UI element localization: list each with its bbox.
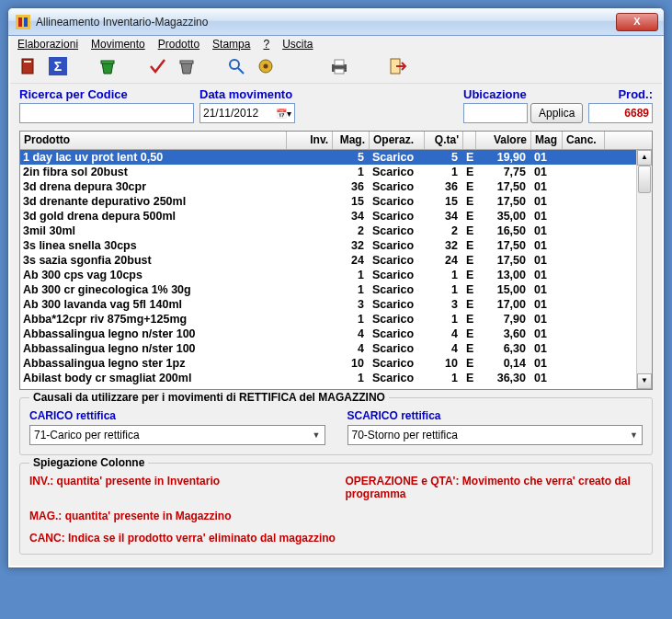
- svg-rect-7: [101, 61, 114, 63]
- ubicazione-input[interactable]: [463, 103, 528, 123]
- calendar-icon[interactable]: 📅▾: [276, 109, 291, 119]
- causali-legend: Causali da utilizzare per i movimenti di…: [29, 391, 389, 404]
- scrollbar[interactable]: ▲ ▼: [636, 150, 652, 389]
- table-row[interactable]: Ab 300 cr ginecologica 1% 30g1Scarico1E1…: [20, 282, 652, 297]
- col-inv[interactable]: Inv.: [287, 132, 333, 149]
- scroll-up[interactable]: ▲: [637, 150, 652, 166]
- table-row[interactable]: Abbassalingua legno n/ster 1004Scarico4E…: [20, 327, 652, 341]
- col-operaz[interactable]: Operaz.: [370, 132, 425, 149]
- menu-uscita[interactable]: Uscita: [282, 38, 313, 51]
- svg-rect-4: [24, 61, 31, 63]
- toolbar: Σ: [10, 52, 662, 84]
- menu-help[interactable]: ?: [263, 38, 269, 51]
- trash-green-icon[interactable]: [97, 55, 119, 77]
- trash-gray-icon[interactable]: [176, 55, 198, 77]
- svg-rect-2: [24, 17, 28, 27]
- table-row[interactable]: 2in fibra sol 20bust1Scarico1E7,7501: [20, 165, 652, 179]
- table-row[interactable]: Abbassalingua legno ster 1pz10Scarico10E…: [20, 356, 652, 371]
- menubar: Elaborazioni Movimento Prodotto Stampa ?…: [10, 36, 662, 52]
- col-canc[interactable]: Canc.: [563, 132, 605, 149]
- menu-stampa[interactable]: Stampa: [212, 38, 250, 51]
- carico-value: 71-Carico per rettifica: [34, 429, 140, 441]
- col-qta[interactable]: Q.ta': [425, 132, 463, 149]
- product-table: Prodotto Inv. Mag. Operaz. Q.ta' Valore …: [19, 131, 653, 390]
- table-row[interactable]: Ab 300 cps vag 10cps1Scarico1E13,0001: [20, 268, 652, 282]
- explain-inv: INV.: quantita' presente in Inventario: [29, 475, 327, 500]
- applica-button[interactable]: Applica: [530, 103, 583, 123]
- svg-rect-0: [16, 15, 30, 29]
- titlebar: Allineamento Inventario-Magazzino X: [8, 8, 664, 36]
- prod-label: Prod.:: [588, 87, 653, 101]
- sigma-icon[interactable]: Σ: [47, 55, 69, 77]
- col-mag[interactable]: Mag.: [333, 132, 370, 149]
- spiegazione-group: Spiegazione Colonne INV.: quantita' pres…: [19, 463, 653, 555]
- carico-combo[interactable]: 71-Carico per rettifica ▼: [29, 425, 325, 445]
- table-row[interactable]: 3mil 30ml2Scarico2E16,5001: [20, 224, 652, 238]
- scarico-label: SCARICO rettifica: [347, 409, 644, 422]
- chevron-down-icon: ▼: [630, 430, 638, 440]
- svg-rect-14: [335, 60, 344, 65]
- scroll-thumb[interactable]: [638, 166, 651, 193]
- data-movimento-input[interactable]: 21/11/2012 📅▾: [199, 103, 295, 123]
- svg-point-12: [264, 64, 268, 69]
- svg-rect-15: [335, 69, 344, 74]
- table-row[interactable]: 3d drena depura 30cpr36Scarico36E17,5001: [20, 179, 652, 194]
- print-icon[interactable]: [328, 55, 350, 77]
- data-value: 21/11/2012: [203, 107, 258, 120]
- prod-count: [588, 103, 653, 123]
- app-icon: [16, 15, 30, 29]
- scroll-down[interactable]: ▼: [637, 373, 652, 389]
- data-label: Data movimento: [199, 87, 337, 101]
- table-row[interactable]: 3d drenante depurativo 250ml15Scarico15E…: [20, 194, 652, 209]
- svg-point-9: [230, 60, 239, 69]
- svg-line-10: [238, 68, 244, 74]
- col-e: [463, 132, 476, 149]
- table-row[interactable]: Abbassalingua legno n/ster 1004Scarico4E…: [20, 341, 652, 356]
- col-mag2[interactable]: Mag: [531, 132, 563, 149]
- search-icon[interactable]: [225, 55, 247, 77]
- close-button[interactable]: X: [616, 13, 658, 31]
- table-body[interactable]: 1 day lac uv prot lent 0,505Scarico5E19,…: [20, 150, 652, 389]
- table-row[interactable]: Abba*12cpr riv 875mg+125mg1Scarico1E7,90…: [20, 312, 652, 327]
- menu-elaborazioni[interactable]: Elaborazioni: [17, 38, 78, 51]
- ubicazione-label: Ubicazione: [463, 87, 583, 101]
- scarico-value: 70-Storno per rettifica: [352, 429, 458, 441]
- svg-rect-1: [18, 17, 22, 27]
- chevron-down-icon: ▼: [313, 430, 321, 440]
- table-row[interactable]: 3s linea snella 30cps32Scarico32E17,5001: [20, 238, 652, 253]
- svg-text:Σ: Σ: [54, 59, 62, 74]
- table-row[interactable]: 1 day lac uv prot lent 0,505Scarico5E19,…: [20, 150, 652, 165]
- search-row: Ricerca per Codice Data movimento 21/11/…: [10, 84, 662, 125]
- table-row[interactable]: Ab 300 lavanda vag 5fl 140ml3Scarico3E17…: [20, 297, 652, 312]
- scarico-combo[interactable]: 70-Storno per rettifica ▼: [347, 425, 644, 445]
- table-row[interactable]: 3d gold drena depura 500ml34Scarico34E35…: [20, 209, 652, 224]
- client-area: Elaborazioni Movimento Prodotto Stampa ?…: [8, 36, 664, 567]
- col-valore[interactable]: Valore: [476, 132, 531, 149]
- app-window: Allineamento Inventario-Magazzino X Elab…: [7, 7, 665, 568]
- window-title: Allineamento Inventario-Magazzino: [36, 16, 616, 29]
- col-prodotto[interactable]: Prodotto: [20, 132, 287, 149]
- table-header: Prodotto Inv. Mag. Operaz. Q.ta' Valore …: [20, 132, 652, 150]
- ricerca-label: Ricerca per Codice: [19, 87, 194, 101]
- check-icon[interactable]: [146, 55, 168, 77]
- gear-icon[interactable]: [255, 55, 277, 77]
- carico-label: CARICO rettifica: [29, 409, 325, 422]
- explain-canc: CANC: Indica se il prodotto verra' elimi…: [29, 532, 643, 544]
- spiegazione-legend: Spiegazione Colonne: [29, 456, 148, 469]
- svg-rect-8: [180, 61, 193, 63]
- menu-movimento[interactable]: Movimento: [91, 38, 145, 51]
- ricerca-input[interactable]: [19, 103, 194, 123]
- exit-icon[interactable]: [387, 55, 409, 77]
- table-row[interactable]: 3s sazia sgonfia 20bust24Scarico24E17,50…: [20, 253, 652, 268]
- menu-prodotto[interactable]: Prodotto: [158, 38, 199, 51]
- causali-group: Causali da utilizzare per i movimenti di…: [19, 397, 653, 455]
- table-row[interactable]: Abilast body cr smagliat 200ml1Scarico1E…: [20, 371, 652, 385]
- explain-mag: MAG.: quantita' presente in Magazzino: [29, 510, 327, 522]
- book-icon[interactable]: [17, 55, 40, 77]
- explain-op: OPERAZIONE e QTA': Movimento che verra' …: [346, 475, 644, 500]
